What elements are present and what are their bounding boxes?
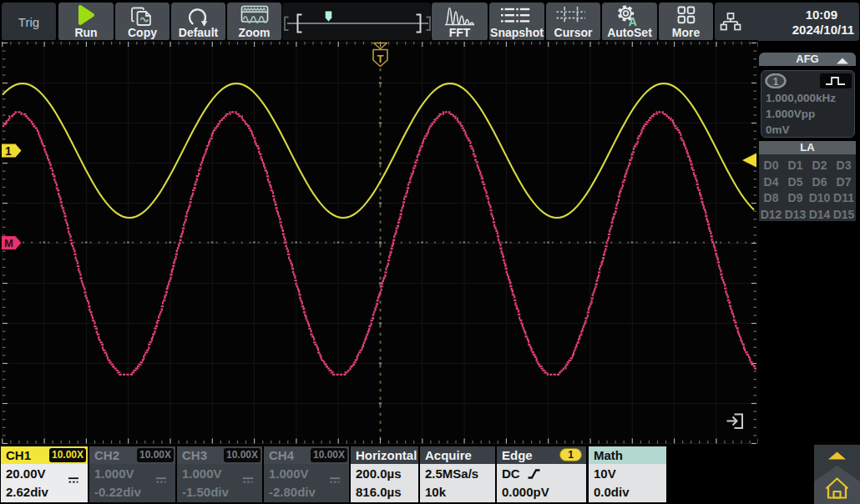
svg-text:M: M: [4, 237, 13, 249]
svg-text:1: 1: [5, 144, 12, 158]
svg-text:1: 1: [773, 76, 779, 88]
svg-text:T: T: [377, 53, 384, 65]
